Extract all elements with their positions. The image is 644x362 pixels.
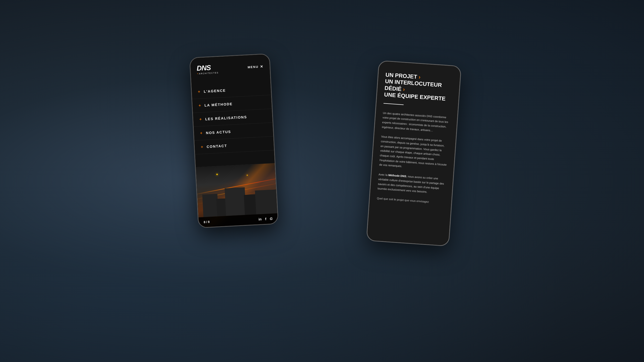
logo-subtitle: ARCHITECTES [199,72,219,75]
headline-arrow2: › [401,86,405,93]
linkedin-icon[interactable]: in [258,217,262,221]
headline-part3: UNE ÉQUIPE EXPERTE [384,91,446,102]
article-headline: UN PROJET › UN INTERLOCUTEUR DÉDIÉ › UNE… [384,71,453,103]
plus-icon: + [198,103,201,108]
nav-label: L'AGENCE [204,88,226,94]
paragraph-1: Un des quatre architectes associés DNS c… [382,111,450,134]
city-photo-section: 8 / 8 in f G [196,163,278,228]
phone-right: UN PROJET › UN INTERLOCUTEUR DÉDIÉ › UNE… [366,60,461,246]
logo-dns: DNS [196,64,219,72]
logo-s-accent [211,64,211,71]
plus-icon: + [200,131,203,135]
headline-part2: UN INTERLOCUTEUR DÉDIÉ [384,78,442,92]
phone-left-header: DNS + ARCHITECTES MENU ✕ [190,54,270,80]
nav-label: LA MÉTHODE [204,102,233,107]
paragraph-2: Vous êtes alors accompagné dans votre pr… [379,134,449,172]
facebook-icon[interactable]: f [265,217,266,221]
close-icon: ✕ [260,64,264,69]
navigation-menu: + L'AGENCE + LA MÉTHODE + LES RÉALISATIO… [191,76,275,167]
social-icons: in f G [258,216,273,221]
divider [384,103,404,105]
paragraph-3-before: Avec la [378,173,388,177]
headline-arrow1: › [417,74,421,80]
nav-label: LES RÉALISATIONS [205,115,247,121]
paragraph-3: Avec la Méthode DNS, nous avons su créer… [377,172,446,196]
plus-icon: + [198,89,200,94]
menu-button[interactable]: MENU ✕ [248,64,264,69]
logo: DNS + ARCHITECTES [196,64,219,75]
nav-label: CONTACT [207,144,227,149]
paragraph-4: Quel que soit le projet que vous envisag… [377,196,445,205]
slide-counter: 8 / 8 [204,220,210,224]
plus-icon: + [199,117,202,122]
instagram-icon[interactable]: G [270,216,273,221]
nav-label: NOS ACTUS [206,130,231,135]
logo-plus-icon: + [197,72,198,75]
menu-label: MENU [248,65,259,69]
phone-left: DNS + ARCHITECTES MENU ✕ + L'AGENCE [189,53,278,228]
paragraph-3-after: , nous avons su créer une véritable cult… [378,175,444,193]
plus-icon: + [201,145,203,149]
phone-right-content: UN PROJET › UN INTERLOCUTEUR DÉDIÉ › UNE… [367,61,461,246]
scene: DNS + ARCHITECTES MENU ✕ + L'AGENCE [209,43,435,319]
methode-dns-bold: Méthode DNS [388,173,406,178]
